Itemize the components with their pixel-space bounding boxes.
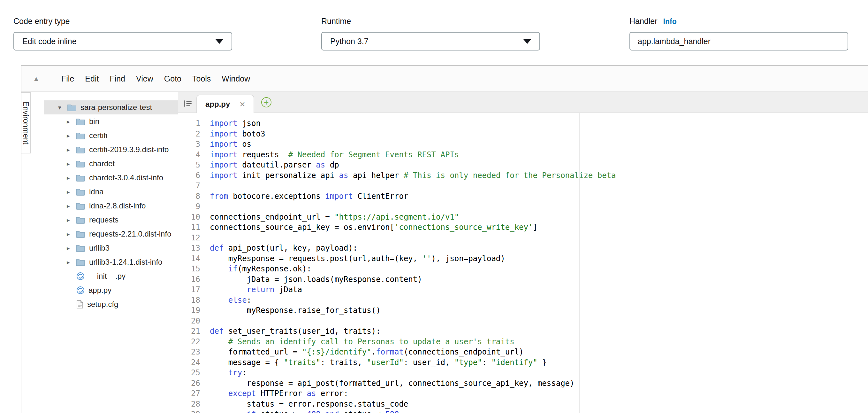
tree-file-setup.cfg[interactable]: setup.cfg (44, 297, 178, 311)
code-entry-select[interactable]: Edit code inline (13, 32, 232, 51)
folder-icon (76, 146, 85, 153)
code-area[interactable]: 1import json2import boto33import os4impo… (178, 113, 868, 413)
tab-list-icon[interactable] (184, 99, 192, 108)
code-line[interactable]: 8from botocore.exceptions import ClientE… (178, 191, 868, 202)
code-line[interactable]: 12 (178, 233, 868, 243)
code-line[interactable]: 7 (178, 181, 868, 191)
tree-folder-certifi[interactable]: ▸certifi (44, 128, 178, 143)
chevron-right-icon[interactable]: ▸ (67, 231, 76, 238)
handler-info-link[interactable]: Info (663, 17, 677, 26)
python-file-icon (76, 286, 85, 294)
chevron-right-icon[interactable]: ▸ (67, 188, 76, 196)
tree-folder-certifi-2019.3.9.dist-info[interactable]: ▸certifi-2019.3.9.dist-info (44, 143, 178, 157)
code-line[interactable]: 4import requests # Needed for Segment Ev… (178, 150, 868, 160)
tree-item-label: app.py (89, 286, 112, 295)
line-number: 19 (178, 305, 206, 316)
menu-find[interactable]: Find (104, 74, 131, 83)
code-line-text: myResponse.raise_for_status() (206, 305, 381, 316)
line-number: 17 (178, 285, 206, 295)
code-line[interactable]: 15 if(myResponse.ok): (178, 264, 868, 274)
tree-folder-chardet-3.0.4.dist-info[interactable]: ▸chardet-3.0.4.dist-info (44, 171, 178, 185)
code-line[interactable]: 26 response = api_post(formatted_url, co… (178, 378, 868, 389)
chevron-right-icon[interactable]: ▸ (67, 216, 76, 224)
runtime-select[interactable]: Python 3.7 (321, 32, 540, 51)
tree-folder-idna[interactable]: ▸idna (44, 185, 178, 199)
code-line[interactable]: 27 except HTTPError as error: (178, 388, 868, 399)
code-line[interactable]: 10connections_endpoint_url = "https://ap… (178, 212, 868, 223)
folder-icon (76, 160, 85, 168)
line-number: 20 (178, 316, 206, 326)
menu-tools[interactable]: Tools (187, 74, 216, 83)
code-line[interactable]: 20 (178, 316, 868, 326)
code-line[interactable]: 24 message = { "traits": traits, "userId… (178, 357, 868, 368)
handler-input[interactable] (629, 32, 848, 51)
tab-app-py[interactable]: app.py × (196, 95, 254, 113)
close-icon[interactable]: × (240, 99, 245, 109)
tree-folder-requests-2.21.0.dist-info[interactable]: ▸requests-2.21.0.dist-info (44, 227, 178, 241)
code-line[interactable]: 19 myResponse.raise_for_status() (178, 305, 868, 316)
code-line[interactable]: 18 else: (178, 295, 868, 305)
chevron-right-icon[interactable]: ▸ (67, 259, 76, 266)
code-line-text: except HTTPError as error: (206, 388, 348, 399)
code-line[interactable]: 16 jData = json.loads(myResponse.content… (178, 274, 868, 285)
line-number: 13 (178, 243, 206, 254)
tree-item-label: requests (89, 215, 119, 225)
chevron-right-icon[interactable]: ▸ (67, 202, 76, 210)
line-number: 29 (178, 409, 206, 413)
code-line[interactable]: 9 (178, 201, 868, 212)
chevron-down-icon (216, 39, 223, 44)
chevron-right-icon[interactable]: ▸ (67, 244, 76, 252)
tree-folder-chardet[interactable]: ▸chardet (44, 157, 178, 171)
chevron-right-icon[interactable]: ▸ (67, 132, 76, 139)
line-number: 9 (178, 201, 206, 212)
tree-file-app.py[interactable]: app.py (44, 283, 178, 297)
tree-folder-urllib3[interactable]: ▸urllib3 (44, 241, 178, 255)
environment-tab[interactable]: Environment (21, 92, 31, 153)
code-line[interactable]: 2import boto3 (178, 129, 868, 139)
tree-folder-requests[interactable]: ▸requests (44, 213, 178, 227)
folder-icon (76, 188, 85, 196)
code-line[interactable]: 14 myResponse = requests.post(url,auth=(… (178, 254, 868, 264)
code-line[interactable]: 6import init_personalize_api as api_help… (178, 170, 868, 181)
menu-file[interactable]: File (56, 74, 80, 83)
tree-folder-bin[interactable]: ▸bin (44, 114, 178, 128)
chevron-right-icon[interactable]: ▸ (67, 118, 76, 125)
code-line[interactable]: 28 status = error.response.status_code (178, 399, 868, 410)
chevron-right-icon[interactable]: ▸ (67, 174, 76, 182)
editor-tabbar: app.py × + (178, 92, 868, 113)
code-line[interactable]: 25 try: (178, 367, 868, 378)
code-line[interactable]: 17 return jData (178, 285, 868, 295)
chevron-right-icon[interactable]: ▸ (67, 160, 76, 168)
folder-icon (76, 174, 85, 182)
line-number: 1 (178, 118, 206, 129)
code-line[interactable]: 3import os (178, 139, 868, 150)
code-line-text: import requests # Needed for Segment Eve… (206, 150, 459, 160)
menu-goto[interactable]: Goto (159, 74, 187, 83)
line-number: 24 (178, 357, 206, 368)
tree-root-folder[interactable]: ▾sara-personalize-test (44, 100, 178, 114)
code-line[interactable]: 5import dateutil.parser as dp (178, 160, 868, 170)
code-line[interactable]: 13def api_post(url, key, payload): (178, 243, 868, 254)
menu-view[interactable]: View (131, 74, 159, 83)
tree-folder-urllib3-1.24.1.dist-info[interactable]: ▸urllib3-1.24.1.dist-info (44, 255, 178, 269)
new-tab-button[interactable]: + (261, 97, 272, 108)
code-line-text: return jData (206, 285, 302, 295)
chevron-down-icon[interactable]: ▾ (58, 104, 67, 111)
runtime-value: Python 3.7 (330, 37, 369, 46)
chevron-right-icon[interactable]: ▸ (67, 146, 76, 153)
folder-icon (67, 104, 76, 111)
tree-folder-idna-2.8.dist-info[interactable]: ▸idna-2.8.dist-info (44, 199, 178, 213)
code-line[interactable]: 21def set_user_traits(user_id, traits): (178, 326, 868, 336)
menu-edit[interactable]: Edit (80, 74, 104, 83)
code-line[interactable]: 22 # Sends an identify call to Personas … (178, 336, 868, 347)
tree-item-label: certifi (89, 131, 107, 140)
collapse-panel-icon[interactable]: ▲ (33, 75, 47, 83)
handler-label-row: Handler Info (629, 17, 677, 26)
menu-window[interactable]: Window (216, 74, 255, 83)
code-line[interactable]: 29 if status >= 400 and status < 500: (178, 409, 868, 413)
code-line[interactable]: 23 formatted_url = "{:s}/identify".forma… (178, 347, 868, 357)
code-line[interactable]: 1import json (178, 118, 868, 129)
tree-file-__init__.py[interactable]: __init__.py (44, 269, 178, 283)
code-line[interactable]: 11connections_source_api_key = os.enviro… (178, 222, 868, 233)
line-number: 7 (178, 181, 206, 191)
